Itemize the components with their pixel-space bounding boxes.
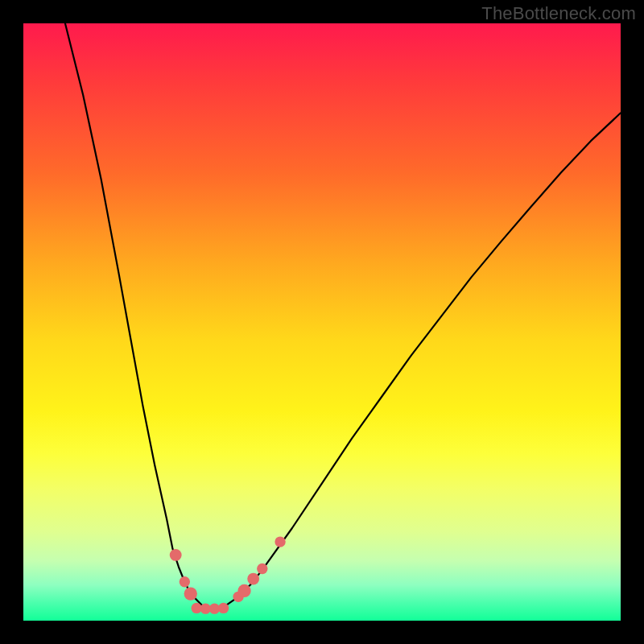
marker-10 xyxy=(257,564,267,574)
marker-layer xyxy=(170,536,286,613)
curve-right-curve xyxy=(214,113,621,609)
marker-11 xyxy=(275,536,285,547)
watermark-text: TheBottleneck.com xyxy=(481,3,636,24)
marker-0 xyxy=(170,549,182,561)
curves-svg xyxy=(23,23,621,621)
curve-left-curve xyxy=(65,23,215,609)
marker-9 xyxy=(247,573,259,585)
marker-2 xyxy=(184,587,197,600)
marker-1 xyxy=(180,576,190,587)
curve-layer xyxy=(65,23,621,609)
marker-8 xyxy=(237,584,250,597)
outer-frame: TheBottleneck.com xyxy=(0,0,644,644)
marker-6 xyxy=(218,603,229,613)
plot-area xyxy=(23,23,621,621)
